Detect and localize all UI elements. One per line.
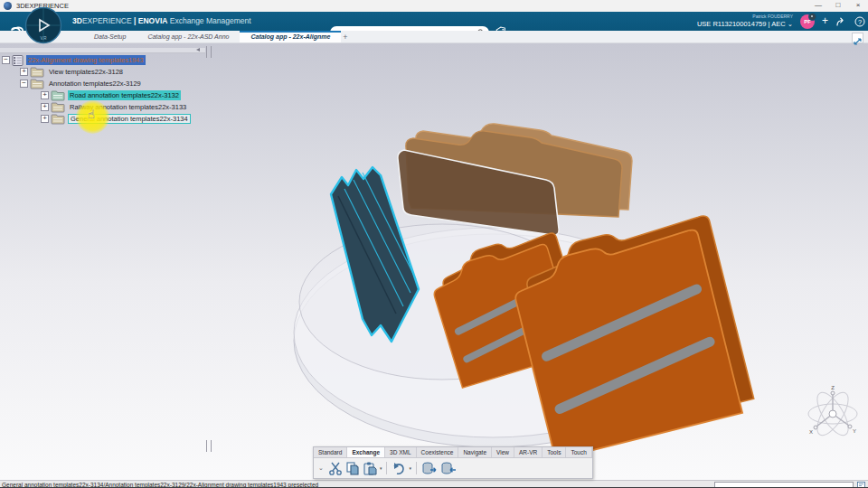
db-import-icon[interactable] — [440, 462, 457, 475]
folder-icon — [30, 67, 44, 78]
expander-icon[interactable]: + — [41, 103, 49, 111]
toolbar-tab-touch[interactable]: Touch — [566, 447, 591, 457]
scroll-left-icon[interactable] — [196, 48, 200, 52]
toolbar-tab-3dxml[interactable]: 3D XML — [385, 447, 416, 457]
toolbar-tab-coexistence[interactable]: Coexistence — [417, 447, 459, 457]
tree-splitter-handle-top[interactable] — [206, 46, 212, 58]
axis-x-label: X — [809, 429, 813, 435]
add-icon[interactable]: + — [822, 12, 828, 31]
user-name: Patrick FOUDERRY — [697, 14, 793, 19]
chevron-down-icon: ⌄ — [788, 20, 793, 28]
expander-icon[interactable]: − — [20, 80, 28, 88]
undo-icon[interactable] — [392, 462, 406, 475]
tree-splitter-handle-bottom[interactable] — [206, 440, 212, 452]
app-name: ENOVIA — [138, 16, 168, 25]
module-name: Exchange Management — [170, 16, 251, 25]
toolbar-tab-view[interactable]: View — [492, 447, 514, 457]
tree-item-alignment-root[interactable]: − 22x-Alignment drawing templates1943 — [2, 54, 191, 66]
tree-item-label[interactable]: View templates22x-3128 — [47, 67, 125, 77]
tree-item-road-annotation[interactable]: + Road annotation templates22x-3132 — [41, 89, 191, 101]
toolbar-tab-navigate[interactable]: Navigate — [458, 447, 492, 457]
folder-icon — [51, 114, 65, 125]
axis-y-label: Y — [853, 428, 856, 434]
brand-title: 3DEXPERIENCE | ENOVIA Exchange Managemen… — [72, 12, 251, 31]
folder-icon — [30, 79, 44, 89]
session-selector[interactable]: USE R1132100014759 | AEC ⌄ — [697, 21, 793, 28]
svg-text:?: ? — [858, 17, 862, 25]
action-bar-tabs: Standard Exchange 3D XML Coexistence Nav… — [314, 447, 592, 458]
action-bar-icons: ⌄ ▾ ▾ — [314, 458, 592, 478]
tree-item-label[interactable]: Road annotation templates22x-3132 — [68, 90, 181, 100]
tree-item-general-annotation[interactable]: + General annotation templates22x-3134 — [41, 113, 191, 125]
toolbar-tab-arvr[interactable]: AR-VR — [514, 447, 542, 457]
expander-icon[interactable]: + — [41, 115, 49, 123]
app-icon — [4, 2, 12, 10]
top-right-cluster: Patrick FOUDERRY USE R1132100014759 | AE… — [697, 12, 865, 31]
brand-3d: 3D — [72, 16, 82, 25]
tree-hscrollbar[interactable] — [0, 48, 205, 53]
expander-icon[interactable]: + — [20, 68, 28, 76]
restore-button[interactable]: □ — [828, 0, 848, 12]
axis-z-label: Z — [831, 385, 835, 390]
toolbar-tab-tools[interactable]: Tools — [542, 447, 566, 457]
axis-triad[interactable]: Z X Y — [808, 385, 857, 440]
avatar[interactable]: PF — [800, 14, 815, 29]
folder-icon — [51, 102, 65, 113]
brown-folder-group[interactable] — [398, 124, 632, 235]
db-export-icon[interactable] — [421, 462, 438, 475]
tab-data-setup[interactable]: Data-Setup — [83, 31, 137, 42]
action-bar: Standard Exchange 3D XML Coexistence Nav… — [313, 446, 593, 479]
cut-icon[interactable] — [328, 462, 343, 475]
toolbar-separator — [416, 462, 417, 474]
tab-catalog-asd[interactable]: Catalog app - 22x-ASD Anno — [137, 31, 240, 42]
close-button[interactable]: × — [848, 0, 868, 12]
tab-catalog-alignment[interactable]: Catalog app - 22x-Alignme — [240, 31, 341, 42]
toolbar-tab-exchange[interactable]: Exchange — [347, 447, 385, 457]
avatar-badge-icon — [808, 13, 816, 21]
undo-dropdown-icon[interactable]: ▾ — [409, 465, 411, 471]
folder-icon — [51, 90, 65, 101]
app-bar: 3DEXPERIENCE | ENOVIA Exchange Managemen… — [0, 12, 868, 31]
tree-item-view-templates[interactable]: + View templates22x-3128 — [20, 66, 191, 78]
copy-icon[interactable] — [345, 462, 360, 475]
paste-dropdown-icon[interactable]: ▾ — [380, 465, 382, 471]
compass-label: V.R — [40, 36, 47, 41]
toolbar-tab-standard[interactable]: Standard — [314, 447, 347, 457]
catalog-icon — [12, 55, 24, 66]
workspace-tab-row: Data-Setup Catalog app - 22x-ASD Anno Ca… — [0, 31, 868, 43]
minimize-button[interactable]: — — [808, 0, 828, 12]
toolbar-overflow-icon[interactable]: ⌄ — [318, 465, 324, 472]
expander-icon[interactable]: + — [41, 91, 49, 99]
help-icon[interactable]: ? — [854, 16, 865, 27]
hand-cursor-icon: ☝ — [88, 108, 95, 121]
brand-rest: EXPERIENCE — [82, 16, 132, 25]
tree-item-railway-annotation[interactable]: + Railway annotation templates22x-3133 — [41, 101, 191, 113]
3dexperience-window: { "window": { "title": "3DEXPERIENCE", "… — [0, 0, 868, 488]
user-block[interactable]: Patrick FOUDERRY USE R1132100014759 | AE… — [697, 14, 793, 28]
expander-icon[interactable]: − — [2, 56, 10, 64]
tree-item-label[interactable]: Annotation templates22x-3129 — [47, 79, 143, 89]
3d-compass[interactable]: V.R — [24, 6, 62, 44]
new-tab-button[interactable]: + — [341, 31, 353, 42]
toolbar-separator — [386, 462, 387, 474]
expand-viewport-icon[interactable] — [852, 33, 863, 43]
window-title-bar: 3DEXPERIENCE — □ × — [0, 0, 868, 13]
share-icon[interactable] — [835, 16, 847, 27]
brand-separator: | — [134, 16, 136, 25]
tree-item-label[interactable]: 22x-Alignment drawing templates1943 — [26, 55, 146, 65]
paste-icon[interactable] — [363, 462, 377, 475]
tree-item-annotation-templates[interactable]: − Annotation templates22x-3129 — [20, 78, 191, 89]
